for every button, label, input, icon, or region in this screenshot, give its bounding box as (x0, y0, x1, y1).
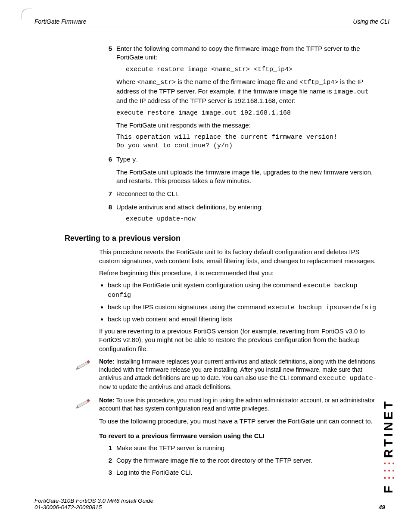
step-3: 3 Log into the FortiGate CLI. (99, 468, 381, 477)
note-block: Note: Installing firmware replaces your … (99, 358, 381, 392)
step-number: 2 (99, 456, 112, 465)
paragraph: Before beginning this procedure, it is r… (99, 269, 381, 277)
text: Type (116, 156, 132, 163)
logo-text-b: RTINET (382, 399, 395, 458)
step-6: 6 Type y. The FortiGate unit uploads the… (99, 155, 381, 186)
running-header: FortiGate Firmware Using the CLI (34, 18, 389, 25)
step-number: 7 (99, 190, 112, 198)
step-number: 1 (99, 444, 112, 452)
text: . (136, 156, 138, 163)
step-text: Update antivirus and attack definitions,… (116, 203, 381, 212)
step-number: 6 (99, 155, 112, 164)
inline-code: execute backup ipsuserdefsig (268, 304, 376, 311)
header-left: FortiGate Firmware (34, 18, 87, 25)
text: back up the FortiGate unit system config… (108, 281, 303, 289)
step-text: The FortiGate unit uploads the firmware … (116, 168, 381, 186)
body-content: 5 Enter the following command to copy th… (99, 44, 381, 477)
footer-line-2: 01-30006-0472-20080815 (34, 504, 153, 510)
command-block: execute restore image image.out 192.168.… (116, 109, 381, 118)
list-item: back up the IPS custom signatures using … (108, 303, 381, 312)
note-icon (75, 396, 91, 409)
list-item: back up web content and email filtering … (108, 315, 381, 324)
step-number: 3 (99, 468, 112, 477)
footer-left: FortiGate-310B FortiOS 3.0 MR6 Install G… (34, 498, 153, 510)
paragraph: To use the following procedure, you must… (99, 417, 381, 426)
steps-continued: 5 Enter the following command to copy th… (99, 44, 381, 224)
step-text: Reconnect to the CLI. (116, 190, 381, 198)
inline-code: <name_str> (137, 79, 176, 86)
command-block: execute restore image <name_str> <tftp_i… (126, 65, 381, 74)
header-rule (34, 27, 389, 27)
step-1: 1 Make sure the TFTP server is running (99, 444, 381, 452)
note-text: To use this procedure, you must log in u… (99, 397, 375, 412)
page-corner (22, 9, 32, 19)
inline-code: image.out (334, 88, 369, 96)
console-output: This operation will replace the current … (116, 133, 381, 151)
bullet-list: back up the FortiGate unit system config… (99, 281, 381, 324)
step-text: Type y. (116, 155, 381, 165)
page-footer: FortiGate-310B FortiOS 3.0 MR6 Install G… (34, 498, 385, 510)
step-text: Log into the FortiGate CLI. (116, 469, 193, 476)
note-text: to update the antivirus and attack defin… (111, 383, 232, 390)
paragraph: This procedure reverts the FortiGate uni… (99, 248, 381, 265)
step-7: 7 Reconnect to the CLI. (99, 190, 381, 198)
list-item: back up the FortiGate unit system config… (108, 281, 381, 300)
section-heading: Reverting to a previous version (65, 233, 381, 243)
procedure-title: To revert to a previous firmware version… (99, 432, 381, 440)
step-8: 8 Update antivirus and attack definition… (99, 203, 381, 224)
step-explain: Where <name_str> is the name of the firm… (116, 78, 381, 106)
text: back up the IPS custom signatures using … (108, 303, 268, 311)
command-block: execute update-now (126, 215, 381, 224)
note-icon (75, 358, 91, 370)
step-text: The FortiGate unit responds with the mes… (116, 121, 381, 130)
step-text: Copy the firmware image file to the root… (116, 457, 312, 464)
step-text: Make sure the TFTP server is running (116, 444, 224, 451)
paragraph: If you are reverting to a previous Forti… (99, 327, 381, 353)
inline-code: <tftp_ip4> (299, 79, 338, 86)
text: is the name of the firmware image file a… (176, 78, 299, 85)
note-block: Note: To use this procedure, you must lo… (99, 396, 381, 413)
footer-line-1: FortiGate-310B FortiOS 3.0 MR6 Install G… (34, 498, 153, 504)
logo-text-a: F (382, 483, 395, 493)
logo-dots-icon: ▪▪▪▪▪▪▪▪▪ (382, 460, 395, 482)
step-2: 2 Copy the firmware image file to the ro… (99, 456, 381, 465)
note-label: Note: (99, 397, 115, 404)
header-right: Using the CLI (353, 18, 389, 25)
page-number: 49 (379, 504, 385, 510)
revert-steps: 1 Make sure the TFTP server is running 2… (99, 444, 381, 477)
step-5: 5 Enter the following command to copy th… (99, 44, 381, 151)
step-number: 5 (99, 44, 112, 53)
note-label: Note: (99, 358, 115, 365)
text: and the IP address of the TFTP server is… (116, 97, 296, 104)
text: Where (116, 78, 137, 85)
step-text: Enter the following command to copy the … (116, 44, 381, 62)
fortinet-logo: F▪▪▪▪▪▪▪▪▪RTINET (382, 398, 395, 493)
inline-code: y (132, 156, 136, 164)
step-number: 8 (99, 203, 112, 212)
